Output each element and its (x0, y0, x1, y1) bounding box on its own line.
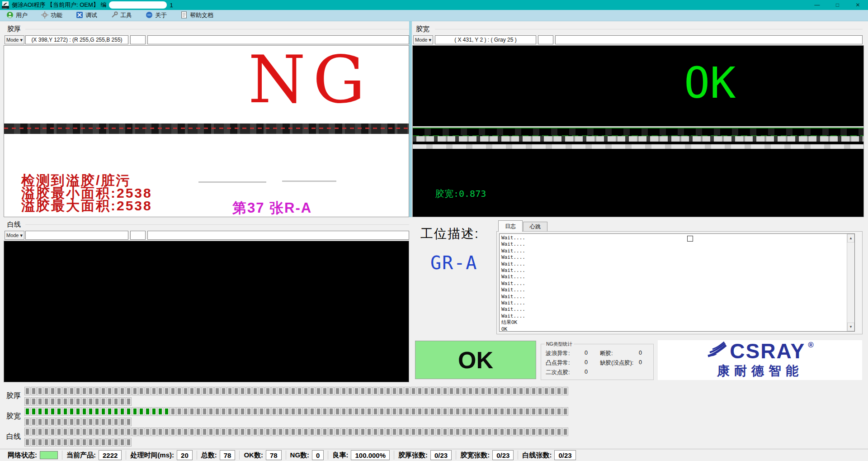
frame-cell-off (322, 408, 327, 415)
frame-cell-off (120, 438, 125, 446)
menu-item-6[interactable]: 帮助文档 (180, 11, 213, 20)
frame-cell-on (57, 408, 61, 415)
glue-line-strip (413, 126, 863, 149)
frame-cell-off (563, 428, 568, 436)
glue-width-image-view[interactable]: OK 胶宽:0.873 (412, 45, 864, 217)
frame-cell-off (101, 438, 106, 446)
close-button[interactable]: ✕ (848, 0, 868, 10)
frame-cell-off (379, 428, 384, 436)
tab-log[interactable]: 日志 (498, 220, 523, 232)
frame-cell-off (544, 408, 549, 415)
frame-cell-off (550, 408, 555, 415)
frame-cell-off (253, 408, 258, 415)
frame-cell-off (335, 408, 340, 415)
frame-cell-off (158, 428, 163, 436)
frame-cell-on (113, 408, 118, 415)
frame-cell-off (170, 408, 175, 415)
frame-cell-off (329, 428, 334, 436)
frame-cell-off (436, 428, 441, 436)
ng-result-text: NG (248, 47, 373, 112)
log-listbox[interactable]: Wait....Wait....Wait....Wait....Wait....… (499, 233, 855, 332)
glue-thickness-mode-dropdown[interactable]: Mode▾ (5, 35, 24, 44)
frame-cell-off (145, 387, 150, 395)
scroll-up-arrow-icon[interactable]: ▲ (847, 234, 854, 242)
frame-cell-off (303, 387, 308, 395)
frame-cell-off (303, 408, 308, 415)
frame-cell-off (227, 428, 232, 436)
frame-cell-off (455, 428, 460, 436)
frame-cell-off (443, 428, 448, 436)
frame-cell-off (550, 387, 555, 395)
frame-cell-off (468, 428, 473, 436)
frame-cell-off (113, 428, 118, 436)
frame-cell-off (208, 387, 213, 395)
frame-cell-on (50, 408, 55, 415)
log-checkbox[interactable] (687, 236, 693, 242)
frame-cell-off (519, 428, 524, 436)
aoi-application-window: csray 侧涂AOI程序 【当前用户: OEM】 编 1 — □ ✕ 用户功能… (0, 0, 868, 461)
log-scrollbar[interactable]: ▲ ▼ (847, 234, 854, 331)
log-line: Wait.... (501, 261, 854, 267)
white-line-image-view[interactable] (4, 241, 409, 382)
frame-cell-off (278, 387, 283, 395)
frame-cell-off (322, 428, 327, 436)
indicator-row (25, 387, 568, 395)
frame-cell-off (411, 408, 416, 415)
frame-cell-on (151, 408, 156, 415)
status-item-label: 总数: (201, 451, 217, 460)
frame-cell-off (82, 387, 87, 395)
frame-cell-off (88, 438, 93, 446)
status-item: 总数:78 (197, 451, 240, 460)
minimize-button[interactable]: — (807, 0, 827, 10)
frame-cell-off (69, 398, 74, 405)
frame-cell-off (177, 387, 182, 395)
frame-cell-off (82, 418, 87, 426)
frame-cell-off (227, 387, 232, 395)
glue-width-mode-dropdown[interactable]: Mode▾ (413, 35, 433, 44)
frame-cell-off (354, 428, 359, 436)
menu-item-1[interactable]: 用户 (6, 11, 28, 20)
csray-logo: CSRAY ® 康耐德智能 (658, 340, 862, 380)
network-status: 网络状态: (4, 451, 62, 460)
frame-cell-off (481, 428, 486, 436)
title-bar: csray 侧涂AOI程序 【当前用户: OEM】 编 1 — □ ✕ (0, 0, 868, 10)
frame-cell-off (240, 387, 245, 395)
frame-cell-off (120, 428, 125, 436)
frame-cell-off (31, 428, 36, 436)
frame-cell-off (481, 408, 486, 415)
maximize-button[interactable]: □ (827, 0, 848, 10)
menu-item-4[interactable]: 工具 (111, 11, 132, 20)
frame-cell-off (436, 408, 441, 415)
frame-cell-off (348, 408, 353, 415)
menu-item-5[interactable]: 关于 (146, 11, 167, 20)
log-line: Wait.... (501, 300, 854, 306)
frame-cell-off (398, 387, 403, 395)
frame-cell-off (164, 428, 169, 436)
menu-item-3[interactable]: 调试 (76, 11, 97, 20)
frame-cell-off (449, 387, 454, 395)
status-item-value: 0/23 (430, 450, 452, 460)
frame-cell-on (25, 408, 30, 415)
glue-thickness-image-view[interactable]: NG 检测到溢胶/脏污 溢胶最小面积:2538 溢胶最大面积:2538 第37 … (4, 45, 409, 217)
frame-cell-off (557, 428, 561, 436)
tab-heartbeat[interactable]: 心跳 (523, 222, 547, 232)
frame-cell-off (265, 387, 270, 395)
frame-cell-off (316, 428, 321, 436)
frame-cell-off (38, 398, 42, 405)
frame-cell-off (126, 438, 131, 446)
white-line-mode-dropdown[interactable]: Mode▾ (5, 231, 24, 240)
frame-cell-off (291, 428, 296, 436)
menu-item-2[interactable]: 功能 (41, 11, 62, 20)
frame-cell-off (63, 398, 68, 405)
frame-cell-off (379, 408, 384, 415)
frame-cell-off (57, 418, 61, 426)
log-line: OK (501, 326, 854, 332)
panel-splitter[interactable] (409, 21, 412, 217)
scroll-down-arrow-icon[interactable]: ▼ (847, 323, 854, 331)
frame-cell-off (208, 408, 213, 415)
status-item-label: 胶宽张数: (460, 451, 490, 460)
frame-cell-off (227, 408, 232, 415)
frame-cell-off (379, 387, 384, 395)
frame-cell-off (544, 387, 549, 395)
frame-cell-off (57, 438, 61, 446)
